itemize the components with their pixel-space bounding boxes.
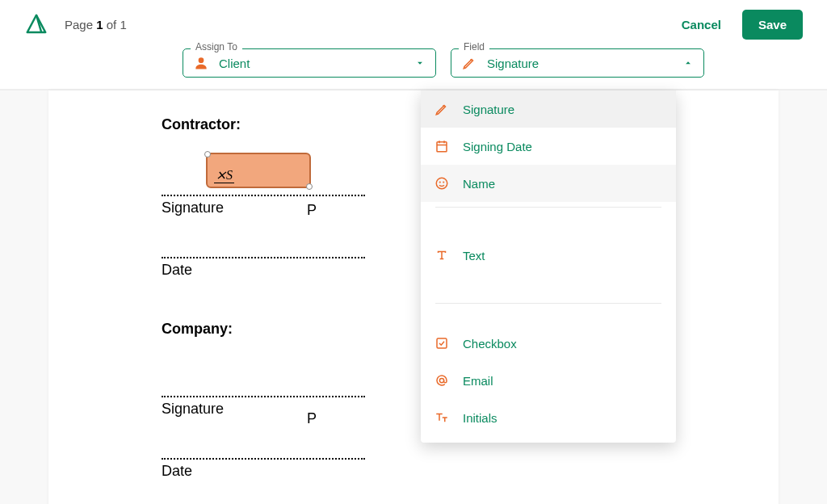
chevron-down-icon bbox=[414, 57, 426, 69]
pencil-icon bbox=[434, 101, 450, 117]
svg-point-0 bbox=[199, 57, 204, 63]
field-option-name[interactable]: Name bbox=[421, 165, 676, 202]
field-option-checkbox[interactable]: Checkbox bbox=[421, 325, 676, 362]
save-button[interactable]: Save bbox=[742, 10, 803, 40]
signature-field-glyph: ⨯S bbox=[214, 167, 234, 183]
face-icon bbox=[434, 175, 450, 191]
truncated-text: P bbox=[307, 410, 317, 427]
field-type-label: Field bbox=[459, 42, 489, 52]
signature-field-placed[interactable]: ⨯S bbox=[206, 153, 311, 188]
field-option-text[interactable]: Text bbox=[421, 237, 676, 274]
checkbox-icon bbox=[434, 335, 450, 351]
svg-point-6 bbox=[439, 182, 440, 183]
field-type-dropdown: Signature Signing Date Name bbox=[421, 90, 676, 443]
text-icon bbox=[434, 247, 450, 263]
field-label: Signature bbox=[162, 200, 365, 216]
field-label: Date bbox=[162, 262, 365, 279]
dotted-line bbox=[162, 396, 365, 397]
document-canvas: Contractor: ⨯S Signature Date Company: bbox=[0, 89, 827, 504]
at-sign-icon bbox=[434, 372, 450, 388]
field-type-value: Signature bbox=[487, 57, 682, 70]
option-label: Signature bbox=[463, 103, 514, 116]
assign-to-label: Assign To bbox=[191, 42, 242, 52]
field-type-select[interactable]: Field Signature bbox=[451, 48, 704, 78]
assign-to-value: Client bbox=[219, 57, 414, 70]
option-label: Email bbox=[463, 374, 493, 388]
person-icon bbox=[193, 55, 209, 71]
pencil-icon bbox=[461, 55, 477, 71]
option-label: Signing Date bbox=[463, 140, 532, 153]
initials-icon bbox=[434, 410, 450, 426]
chevron-up-icon bbox=[682, 57, 694, 69]
option-label: Checkbox bbox=[463, 337, 517, 351]
assign-to-select[interactable]: Assign To Client bbox=[183, 48, 436, 78]
dropdown-divider bbox=[435, 303, 661, 304]
field-option-signing-date[interactable]: Signing Date bbox=[421, 128, 676, 165]
field-label: Date bbox=[162, 463, 365, 480]
option-label: Text bbox=[463, 249, 485, 262]
app-header: Page 1 of 1 Cancel Save bbox=[0, 0, 827, 48]
option-label: Initials bbox=[463, 411, 497, 425]
field-option-email[interactable]: Email bbox=[421, 362, 676, 399]
svg-point-7 bbox=[443, 182, 444, 183]
dotted-line bbox=[162, 458, 365, 460]
page-counter: Page 1 of 1 bbox=[65, 18, 127, 32]
svg-rect-1 bbox=[437, 142, 447, 152]
field-option-initials[interactable]: Initials bbox=[421, 399, 676, 436]
svg-rect-8 bbox=[437, 338, 447, 348]
dropdown-divider bbox=[435, 207, 661, 208]
cancel-button[interactable]: Cancel bbox=[677, 17, 726, 32]
field-option-signature[interactable]: Signature bbox=[421, 90, 676, 128]
calendar-icon bbox=[434, 138, 450, 154]
svg-point-9 bbox=[439, 378, 443, 382]
option-label: Name bbox=[463, 177, 495, 191]
svg-point-5 bbox=[436, 178, 447, 189]
dotted-line bbox=[162, 257, 365, 258]
app-logo-icon bbox=[24, 12, 48, 36]
signature-line-block: ⨯S bbox=[162, 151, 365, 191]
dotted-line bbox=[162, 195, 365, 196]
field-controls-bar: Assign To Client Field Signature bbox=[0, 48, 827, 89]
truncated-text: P bbox=[307, 202, 317, 219]
field-label: Signature bbox=[162, 401, 365, 418]
